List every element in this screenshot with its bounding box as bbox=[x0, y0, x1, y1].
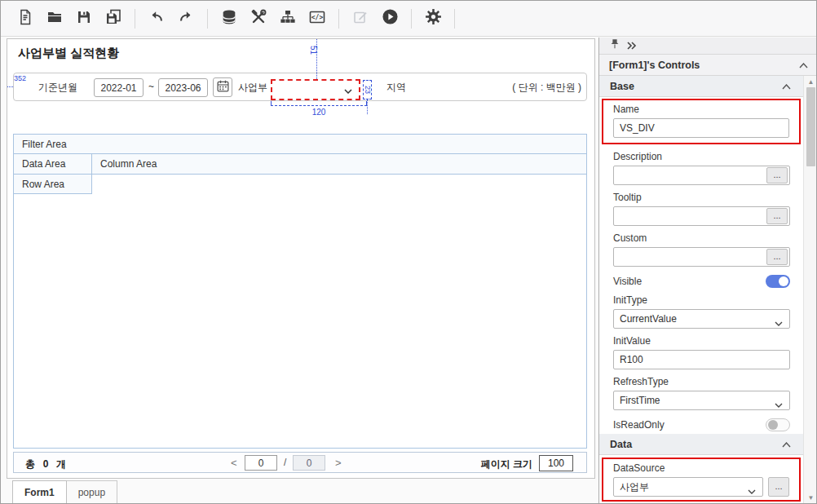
chevron-down-icon bbox=[775, 317, 783, 329]
page-size-input[interactable] bbox=[539, 455, 573, 471]
initvalue-input[interactable] bbox=[613, 350, 790, 369]
date-range-tilde: ~ bbox=[148, 81, 154, 92]
tools-button[interactable] bbox=[246, 7, 271, 31]
data-area-cell[interactable]: Data Area bbox=[14, 154, 92, 174]
tools-icon bbox=[250, 9, 267, 29]
measure-guide-vertical bbox=[367, 99, 368, 114]
toggle-knob bbox=[779, 276, 788, 286]
toolbar-separator bbox=[454, 9, 455, 29]
description-input[interactable] bbox=[613, 166, 790, 185]
scrollbar-up-arrow[interactable]: ▲ bbox=[804, 78, 817, 86]
collapse-controls-icon[interactable] bbox=[799, 60, 808, 71]
filter-area-cell[interactable]: Filter Area bbox=[14, 135, 586, 154]
custom-field: Custom ... bbox=[613, 232, 790, 267]
pin-icon[interactable] bbox=[609, 38, 620, 53]
isreadonly-field: IsReadOnly bbox=[613, 418, 790, 431]
controls-header: [Form1]'s Controls bbox=[599, 55, 817, 76]
custom-label: Custom bbox=[613, 232, 790, 244]
tab-form1[interactable]: Form1 bbox=[12, 480, 67, 503]
sitemap-icon bbox=[280, 9, 296, 29]
panel-scrollbar[interactable]: ▲ ▼ bbox=[803, 76, 817, 504]
division-dropdown[interactable] bbox=[271, 79, 360, 100]
refreshtype-value: FirstTime bbox=[620, 395, 660, 406]
properties-panel: [Form1]'s Controls Base Name bbox=[598, 38, 817, 504]
scrollbar-down-arrow[interactable]: ▼ bbox=[804, 494, 817, 502]
next-page-button[interactable]: > bbox=[335, 457, 342, 469]
pivot-grid: Filter Area Data Area Column Area Row Ar… bbox=[13, 134, 587, 449]
visible-toggle[interactable] bbox=[766, 275, 790, 288]
form-tab-strip: Form1 popup bbox=[7, 480, 595, 504]
inittype-select[interactable]: CurrentValue bbox=[613, 309, 790, 329]
total-count-text: 총 0 개 bbox=[25, 458, 67, 471]
region-filter-label: 지역 bbox=[386, 81, 406, 95]
grid-pager-bar: 총 0 개 < / > 페이지 크기 bbox=[13, 452, 587, 473]
prev-page-button[interactable]: < bbox=[231, 457, 237, 469]
calendar-button[interactable] bbox=[213, 77, 232, 97]
collapse-panel-icon[interactable] bbox=[627, 38, 637, 53]
tooltip-label: Tooltip bbox=[613, 192, 790, 203]
measure-label-top: 51 bbox=[309, 46, 318, 55]
section-data-header[interactable]: Data bbox=[599, 434, 804, 455]
visible-field: Visible bbox=[613, 274, 790, 288]
toolbar-separator bbox=[338, 9, 339, 29]
code-view-icon: </> bbox=[309, 9, 325, 29]
measure-label-left: 352 bbox=[14, 74, 26, 82]
tooltip-ellipsis-button[interactable]: ... bbox=[766, 208, 788, 224]
save-button[interactable] bbox=[72, 7, 96, 31]
chevron-down-icon bbox=[344, 82, 352, 97]
description-ellipsis-button[interactable]: ... bbox=[766, 167, 788, 183]
new-document-icon bbox=[17, 9, 33, 29]
column-area-cell[interactable]: Column Area bbox=[92, 154, 586, 174]
custom-input[interactable] bbox=[613, 247, 790, 267]
save-all-button[interactable] bbox=[101, 7, 126, 31]
tooltip-input[interactable] bbox=[613, 206, 790, 226]
datasource-select[interactable]: 사업부 bbox=[613, 477, 763, 497]
save-all-icon bbox=[105, 9, 121, 29]
initvalue-label: InitValue bbox=[613, 335, 790, 347]
tab-popup[interactable]: popup bbox=[67, 480, 117, 503]
code-view-button[interactable]: </> bbox=[305, 7, 329, 31]
inittype-label: InitType bbox=[613, 294, 790, 306]
chevron-down-icon bbox=[775, 399, 783, 410]
sitemap-button[interactable] bbox=[276, 7, 300, 31]
collapse-data-icon[interactable] bbox=[782, 439, 791, 450]
date-from-input[interactable] bbox=[94, 78, 144, 97]
measure-bracket-bottom bbox=[271, 101, 367, 106]
refreshtype-select[interactable]: FirstTime bbox=[613, 391, 790, 410]
svg-text:</>: </> bbox=[311, 13, 324, 20]
total-suffix: 개 bbox=[56, 458, 67, 470]
save-icon bbox=[76, 9, 92, 29]
redo-button[interactable] bbox=[174, 7, 198, 31]
custom-ellipsis-button[interactable]: ... bbox=[766, 249, 788, 265]
inittype-field: InitType CurrentValue bbox=[613, 294, 790, 329]
database-button[interactable] bbox=[217, 7, 241, 31]
edit-button bbox=[348, 7, 373, 31]
division-filter-label: 사업부 bbox=[238, 81, 267, 95]
page-size-label: 페이지 크기 bbox=[481, 458, 532, 471]
play-icon bbox=[382, 8, 399, 29]
settings-button[interactable] bbox=[421, 7, 445, 31]
scrollbar-thumb[interactable] bbox=[806, 87, 815, 166]
visible-label: Visible bbox=[613, 276, 642, 287]
undo-button[interactable] bbox=[144, 7, 169, 31]
collapse-base-icon[interactable] bbox=[782, 81, 791, 92]
description-field: Description ... bbox=[613, 151, 790, 185]
section-base-label: Base bbox=[610, 81, 634, 92]
current-page-input[interactable] bbox=[245, 455, 277, 471]
section-data-label: Data bbox=[610, 439, 632, 450]
run-button[interactable] bbox=[378, 7, 402, 31]
name-input[interactable] bbox=[613, 118, 789, 138]
total-count: 0 bbox=[43, 458, 50, 470]
row-area-cell[interactable]: Row Area bbox=[14, 175, 92, 194]
datasource-ellipsis-button[interactable]: ... bbox=[768, 477, 789, 497]
controls-header-label: [Form1]'s Controls bbox=[609, 60, 700, 71]
redo-icon bbox=[178, 9, 194, 29]
highlight-box-datasource: DataSource 사업부 ... bbox=[602, 458, 801, 502]
panel-scroll-area: Base Name Description ... bbox=[599, 76, 817, 504]
form-design-canvas[interactable]: 사업부별 실적현황 352 기준년월 ~ 사업부 51 23 120 지역 ( … bbox=[7, 38, 595, 479]
date-to-input[interactable] bbox=[158, 78, 208, 97]
section-base-header[interactable]: Base bbox=[599, 76, 804, 97]
new-document-button[interactable] bbox=[13, 7, 38, 31]
isreadonly-toggle[interactable] bbox=[766, 418, 790, 431]
open-button[interactable] bbox=[42, 7, 67, 31]
